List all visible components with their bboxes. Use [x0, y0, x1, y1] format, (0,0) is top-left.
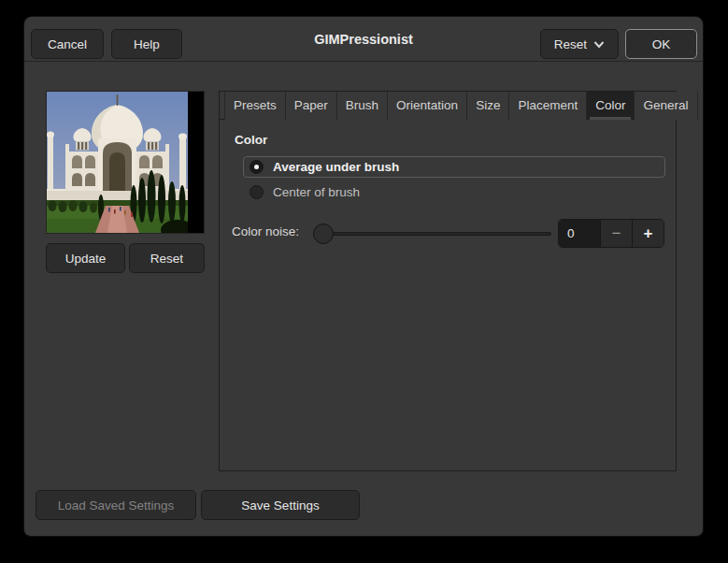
help-button[interactable]: Help [111, 29, 182, 59]
radio-label: Center of brush [273, 185, 360, 199]
color-noise-spinbox: 0 − + [558, 219, 664, 248]
preview-image[interactable] [46, 91, 205, 234]
taj-mahal-photo [47, 92, 188, 233]
color-noise-slider[interactable] [313, 219, 551, 249]
tab-general[interactable]: General [634, 92, 697, 120]
radio-option-average-under-brush[interactable]: Average under brush [243, 156, 665, 178]
reset-dropdown-label: Reset [554, 37, 587, 51]
gimpressionist-dialog: GIMPressionist Cancel Help Reset OK [24, 17, 703, 536]
tab-presets[interactable]: Presets [224, 92, 286, 120]
tab-orientation[interactable]: Orientation [387, 92, 467, 120]
color-noise-value-field[interactable]: 0 [559, 220, 600, 247]
radio-label: Average under brush [273, 160, 399, 174]
radio-button-icon[interactable] [250, 160, 264, 174]
radio-button-icon[interactable] [250, 185, 264, 199]
update-button[interactable]: Update [46, 243, 125, 273]
load-saved-settings-button[interactable]: Load Saved Settings [36, 490, 196, 520]
chevron-down-icon [593, 40, 605, 49]
titlebar: GIMPressionist Cancel Help Reset OK [24, 17, 703, 62]
save-settings-button[interactable]: Save Settings [201, 490, 360, 520]
tab-bar: Presets Paper Brush Orientation Size Pla… [220, 92, 676, 120]
settings-notebook: Presets Paper Brush Orientation Size Pla… [219, 91, 677, 471]
color-noise-label: Color noise: [232, 224, 299, 238]
color-section-heading: Color [235, 133, 267, 147]
tab-paper[interactable]: Paper [285, 92, 337, 120]
preview-reset-button[interactable]: Reset [129, 243, 205, 273]
decrement-button[interactable]: − [600, 220, 632, 247]
reset-dropdown-button[interactable]: Reset [540, 29, 619, 59]
ok-button[interactable]: OK [625, 29, 697, 59]
tab-size[interactable]: Size [466, 92, 509, 120]
slider-handle[interactable] [313, 224, 334, 244]
cancel-button[interactable]: Cancel [31, 29, 104, 59]
tab-placement[interactable]: Placement [508, 92, 587, 120]
radio-option-center-of-brush[interactable]: Center of brush [243, 181, 360, 203]
tab-color[interactable]: Color [586, 92, 635, 120]
increment-button[interactable]: + [632, 220, 664, 247]
slider-track[interactable] [323, 232, 551, 236]
tab-brush[interactable]: Brush [336, 92, 388, 120]
